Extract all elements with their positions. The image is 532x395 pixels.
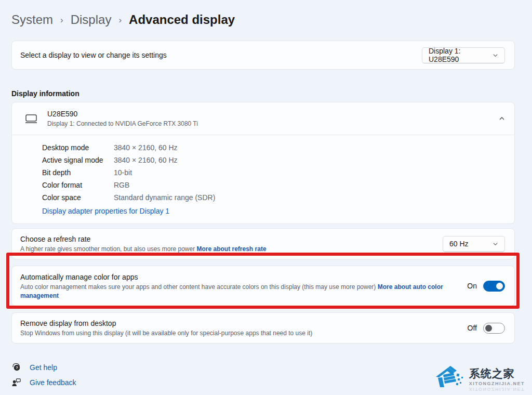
- auto-color-toggle-state: On: [467, 282, 477, 290]
- remove-display-toggle[interactable]: [483, 323, 505, 334]
- refresh-rate-title: Choose a refresh rate: [20, 234, 430, 244]
- chevron-down-icon: [493, 241, 498, 247]
- select-display-label: Select a display to view or change its s…: [20, 50, 167, 60]
- watermark-reflection: XITONGZHIJIA.NET: [469, 387, 525, 392]
- more-about-refresh-rate-link[interactable]: More about refresh rate: [197, 245, 267, 253]
- remove-display-description: Stop Windows from using this display (it…: [20, 329, 455, 338]
- breadcrumb: System › Display › Advanced display: [11, 12, 532, 27]
- toggle-knob: [496, 283, 503, 289]
- detail-label: Color format: [42, 179, 114, 191]
- detail-value: RGB: [114, 179, 129, 191]
- display-select-value: Display 1: U28E590: [429, 47, 488, 63]
- display-select-dropdown[interactable]: Display 1: U28E590: [422, 47, 505, 63]
- chevron-down-icon: [493, 52, 498, 58]
- give-feedback-link[interactable]: Give feedback: [11, 377, 76, 387]
- site-logo-icon: [433, 363, 465, 390]
- help-bubble-icon: ?: [11, 362, 21, 372]
- refresh-rate-dropdown[interactable]: 60 Hz: [443, 236, 505, 252]
- refresh-rate-value: 60 Hz: [449, 240, 469, 248]
- select-display-card: Select a display to view or change its s…: [11, 41, 515, 70]
- display-adapter-properties-link[interactable]: Display adapter properties for Display 1: [42, 205, 169, 217]
- feedback-icon: [11, 377, 21, 387]
- detail-row: Bit depth 10-bit: [42, 166, 506, 179]
- remove-display-title: Remove display from desktop: [20, 318, 455, 328]
- detail-label: Color space: [42, 191, 114, 204]
- detail-row: Desktop mode 3840 × 2160, 60 Hz: [42, 141, 506, 154]
- detail-label: Active signal mode: [42, 154, 114, 166]
- refresh-rate-description: A higher rate gives smoother motion, but…: [20, 245, 430, 254]
- chevron-up-icon: [499, 115, 505, 122]
- detail-value: 10-bit: [114, 166, 132, 179]
- breadcrumb-display[interactable]: Display: [71, 12, 112, 27]
- detail-row: Color space Standard dynamic range (SDR): [42, 191, 506, 204]
- breadcrumb-separator-icon: ›: [118, 14, 122, 25]
- monitor-connection: Display 1: Connected to NVIDIA GeForce R…: [47, 120, 499, 128]
- detail-label: Desktop mode: [42, 141, 114, 154]
- svg-text:?: ?: [16, 365, 18, 370]
- auto-color-title: Automatically manage color for apps: [20, 272, 455, 282]
- detail-value: 3840 × 2160, 60 Hz: [114, 154, 178, 166]
- watermark-site-name: 系统之家: [469, 367, 525, 380]
- auto-color-description: Auto color management makes sure your ap…: [20, 283, 455, 300]
- detail-row: Active signal mode 3840 × 2160, 60 Hz: [42, 154, 506, 166]
- detail-label: Bit depth: [42, 166, 114, 179]
- detail-value: Standard dynamic range (SDR): [114, 191, 215, 204]
- page-title: Advanced display: [129, 12, 235, 27]
- display-information-heading: Display information: [11, 89, 532, 98]
- display-information-card: U28E590 Display 1: Connected to NVIDIA G…: [11, 102, 515, 224]
- display-information-expander[interactable]: U28E590 Display 1: Connected to NVIDIA G…: [12, 102, 514, 135]
- refresh-rate-card: Choose a refresh rate A higher rate give…: [11, 228, 515, 259]
- auto-color-management-card: Automatically manage color for apps Auto…: [11, 266, 515, 306]
- monitor-icon: [24, 112, 38, 125]
- remove-display-card: Remove display from desktop Stop Windows…: [11, 312, 515, 344]
- monitor-name: U28E590: [47, 109, 499, 118]
- display-details: Desktop mode 3840 × 2160, 60 Hz Active s…: [12, 135, 514, 223]
- detail-row: Color format RGB: [42, 179, 506, 191]
- watermark-site-url: XITONGZHIJIA.NET: [469, 381, 525, 386]
- watermark: 系统之家 XITONGZHIJIA.NET XITONGZHIJIA.NET: [433, 363, 525, 392]
- breadcrumb-system[interactable]: System: [11, 12, 53, 27]
- toggle-knob: [485, 325, 492, 332]
- get-help-link[interactable]: ? Get help: [11, 362, 57, 372]
- remove-display-toggle-state: Off: [468, 324, 477, 332]
- detail-value: 3840 × 2160, 60 Hz: [114, 141, 178, 154]
- auto-color-toggle[interactable]: [483, 281, 505, 292]
- breadcrumb-separator-icon: ›: [60, 14, 63, 25]
